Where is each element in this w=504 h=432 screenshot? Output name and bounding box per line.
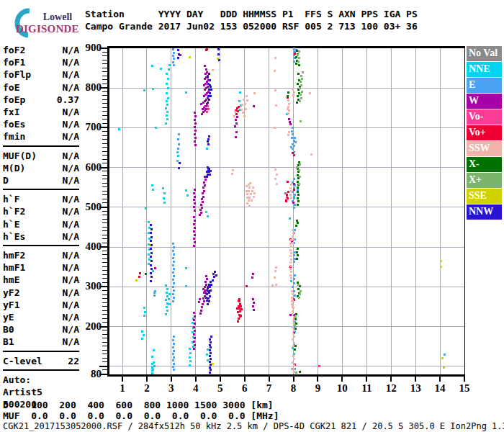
echo-point <box>300 97 302 99</box>
echo-point <box>243 99 245 101</box>
param-separator <box>3 351 79 352</box>
param-label: Auto: <box>3 374 31 386</box>
echo-point <box>309 92 311 94</box>
y-axis-label: 700 <box>77 121 102 133</box>
echo-point <box>294 194 296 196</box>
param-label: D <box>3 174 9 186</box>
echo-point <box>199 214 201 216</box>
echo-point <box>148 253 150 256</box>
echo-point <box>202 297 204 300</box>
echo-point <box>203 181 205 184</box>
x-axis-label: 11 <box>357 382 376 395</box>
gridline-vertical <box>391 48 392 374</box>
echo-point <box>292 338 294 341</box>
echo-point <box>206 354 208 356</box>
y-axis-tick-minor <box>102 175 107 176</box>
echo-point <box>294 53 296 55</box>
header-columns-line: Station YYYY DAY DDD HHMMSS P1 FFS S AXN… <box>85 9 418 19</box>
y-axis-tick-minor <box>102 350 107 351</box>
echo-point <box>297 204 299 206</box>
echo-point <box>294 229 296 231</box>
x-axis-label: 7 <box>260 382 279 395</box>
echo-point <box>173 58 175 60</box>
legend-item-sse: SSE <box>467 189 502 204</box>
param-label: hmF1 <box>3 261 25 274</box>
echo-point <box>291 303 293 305</box>
echo-point <box>150 236 153 238</box>
echo-point <box>292 148 294 150</box>
echo-point <box>298 297 300 299</box>
echo-point <box>163 192 166 194</box>
echo-point <box>253 192 256 194</box>
param-value: N/A <box>63 174 79 186</box>
y-axis-tick-minor <box>102 290 107 291</box>
y-axis-tick-minor <box>102 238 107 239</box>
x-axis-label: 8 <box>284 382 303 395</box>
param-label: hmE <box>3 274 19 286</box>
echo-point <box>207 102 209 104</box>
echo-point <box>200 310 202 312</box>
legend-item-vo-: Vo- <box>467 109 502 125</box>
param-label: yE <box>3 311 14 323</box>
param-label: foF2 <box>3 44 25 56</box>
echo-point <box>173 268 175 270</box>
y-axis-tick-minor <box>102 251 107 251</box>
echo-point <box>290 246 292 248</box>
echo-point <box>287 197 289 199</box>
echo-point <box>173 289 175 292</box>
echo-point <box>172 271 174 274</box>
param-label: hmF2 <box>3 249 25 261</box>
x-axis-tick <box>244 377 246 382</box>
y-axis-tick-minor <box>102 322 107 323</box>
echo-point <box>287 181 289 183</box>
echo-point <box>294 324 296 326</box>
echo-point <box>152 88 154 90</box>
echo-point <box>208 135 210 138</box>
echo-point <box>189 356 191 359</box>
echo-point <box>151 356 153 358</box>
echo-point <box>151 372 153 374</box>
param-label: h`F <box>3 193 19 205</box>
echo-point <box>293 278 295 280</box>
y-axis-tick-minor <box>102 84 107 84</box>
param-value: N/A <box>63 150 79 162</box>
echo-point <box>294 294 296 297</box>
echo-point <box>217 53 220 55</box>
param-row: h`F2N/A <box>3 205 79 217</box>
echo-point <box>153 294 156 297</box>
echo-point <box>168 64 171 66</box>
param-value: N/A <box>63 218 79 230</box>
echo-point <box>246 197 248 199</box>
echo-point <box>287 112 289 114</box>
echo-point <box>246 95 248 97</box>
echo-point <box>292 355 294 357</box>
echo-point <box>210 352 212 354</box>
echo-point <box>295 225 297 227</box>
y-axis-tick-minor <box>102 79 107 80</box>
gridline-vertical <box>342 48 343 374</box>
echo-point <box>300 120 302 122</box>
echo-point <box>274 70 276 72</box>
echo-point <box>275 104 277 107</box>
echo-point <box>289 261 292 264</box>
echo-point <box>203 300 205 302</box>
echo-point <box>145 207 147 210</box>
echo-point <box>173 363 175 365</box>
gridline-vertical <box>318 48 318 374</box>
echo-point <box>166 104 168 106</box>
echo-point <box>297 248 299 250</box>
param-row: M(D)N/A <box>3 162 79 174</box>
echo-point <box>210 364 212 366</box>
echo-point <box>292 306 294 308</box>
echo-point <box>297 284 300 286</box>
echo-point <box>154 267 156 269</box>
echo-point <box>151 65 153 67</box>
param-value: N/A <box>63 106 79 118</box>
station-header: Station YYYY DAY DDD HHMMSS P1 FFS S AXN… <box>85 8 418 32</box>
echo-point <box>289 123 292 125</box>
echo-point <box>294 348 296 351</box>
y-axis-tick-minor <box>102 52 107 53</box>
echo-point <box>253 92 256 94</box>
echo-point <box>205 297 207 299</box>
echo-point <box>194 137 197 139</box>
